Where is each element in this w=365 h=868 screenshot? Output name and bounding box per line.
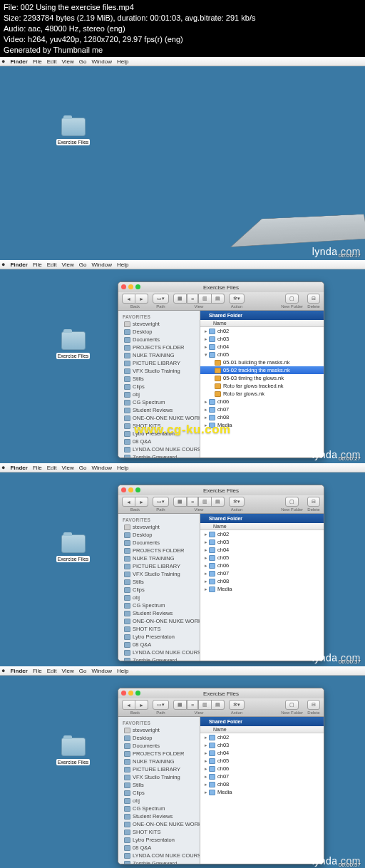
sidebar-item[interactable]: ONE-ON-ONE NUKE WORKSHOP	[118, 414, 200, 422]
file-row[interactable]: ch05	[200, 351, 324, 358]
minimize-icon[interactable]	[128, 487, 133, 492]
file-row[interactable]: Roto far glows tracked.nk	[200, 382, 324, 390]
file-row[interactable]: Media	[200, 585, 324, 593]
sidebar-item[interactable]: Stills	[118, 375, 200, 383]
new-folder-button[interactable]: ▢	[285, 700, 299, 710]
finder-window[interactable]: Exercise Files ◄►Back ▭▾Path ▦≡▥▤View ✻▾…	[118, 688, 324, 864]
disclosure-arrow-icon[interactable]	[203, 579, 209, 584]
column-header[interactable]: Shared Folder	[200, 717, 324, 726]
file-row[interactable]: ch06	[200, 398, 324, 405]
disclosure-arrow-icon[interactable]	[203, 336, 209, 342]
file-row[interactable]: ch02	[200, 327, 324, 335]
file-list[interactable]: ch02 ch03 ch04 ch05 ch06 ch07 ch08 Media	[200, 733, 324, 864]
name-header[interactable]: Name	[200, 523, 324, 530]
disclosure-arrow-icon[interactable]	[203, 555, 209, 561]
file-row[interactable]: ch04	[200, 546, 324, 554]
path-button[interactable]: ▭▾	[153, 497, 169, 507]
sidebar-item[interactable]: obj	[118, 797, 200, 805]
sidebar-item[interactable]: Lytro Presentaton	[118, 836, 200, 844]
menu-item[interactable]: Help	[117, 262, 128, 268]
desktop-folder[interactable]: Exercise Files	[53, 534, 93, 562]
sidebar-item[interactable]: stevewright	[118, 320, 200, 328]
minimize-icon[interactable]	[128, 284, 133, 289]
disclosure-arrow-icon[interactable]	[203, 415, 209, 420]
file-row[interactable]: ch02	[200, 733, 324, 741]
disclosure-arrow-icon[interactable]	[203, 563, 209, 569]
sidebar-item[interactable]: Lytro Presentaton	[118, 633, 200, 641]
sidebar-item[interactable]: CG Spectrum	[118, 601, 200, 609]
apple-icon[interactable]	[1, 261, 5, 268]
disclosure-arrow-icon[interactable]	[203, 352, 209, 358]
file-row[interactable]: ch04	[200, 343, 324, 351]
disclosure-arrow-icon[interactable]	[203, 766, 209, 772]
sidebar-item[interactable]: LYNDA.COM NUKE COURSES	[118, 852, 200, 859]
file-row[interactable]: ch04	[200, 749, 324, 757]
sidebar-item[interactable]: Desktop	[118, 531, 200, 539]
delete-button[interactable]: ⊟	[307, 294, 320, 304]
file-row[interactable]: Roto far glows.nk	[200, 390, 324, 398]
new-folder-button[interactable]: ▢	[285, 294, 299, 304]
menu-item[interactable]: File	[33, 58, 42, 65]
sidebar-item[interactable]: PROJECTS FOLDER	[118, 750, 200, 758]
apple-icon[interactable]	[1, 58, 5, 65]
sidebar-item[interactable]: Clips	[118, 383, 200, 391]
window-titlebar[interactable]: Exercise Files	[118, 688, 324, 698]
column-header[interactable]: Shared Folder	[200, 311, 324, 320]
app-name[interactable]: Finder	[10, 465, 27, 471]
action-button[interactable]: ✻▾	[229, 497, 245, 507]
menu-item[interactable]: Window	[91, 58, 111, 65]
sidebar-item[interactable]: NUKE TRAINING	[118, 758, 200, 765]
menu-item[interactable]: Edit	[47, 465, 57, 471]
name-header[interactable]: Name	[200, 320, 324, 327]
sidebar-item[interactable]: CG Spectrum	[118, 398, 200, 406]
disclosure-arrow-icon[interactable]	[203, 587, 209, 592]
sidebar-item[interactable]: Zombie Graveyard	[118, 656, 200, 661]
sidebar-item[interactable]: stevewright	[118, 523, 200, 531]
disclosure-arrow-icon[interactable]	[203, 344, 209, 350]
sidebar-item[interactable]: PROJECTS FOLDER	[118, 343, 200, 351]
menu-item[interactable]: Window	[91, 465, 111, 471]
disclosure-arrow-icon[interactable]	[203, 774, 209, 780]
file-row[interactable]: ch08	[200, 780, 324, 788]
menu-item[interactable]: Edit	[47, 262, 57, 268]
sidebar-item[interactable]: ONE-ON-ONE NUKE WORKSHOP	[118, 820, 200, 828]
disclosure-arrow-icon[interactable]	[203, 532, 209, 537]
sidebar-item[interactable]: Clips	[118, 789, 200, 797]
desktop-folder[interactable]: Exercise Files	[53, 331, 93, 359]
sidebar-item[interactable]: Desktop	[118, 328, 200, 336]
delete-button[interactable]: ⊟	[307, 700, 320, 710]
menu-item[interactable]: Help	[117, 465, 128, 471]
name-header[interactable]: Name	[200, 726, 324, 733]
file-row[interactable]: ch08	[200, 413, 324, 421]
sidebar-item[interactable]: Documents	[118, 742, 200, 750]
app-name[interactable]: Finder	[10, 668, 27, 674]
new-folder-button[interactable]: ▢	[285, 497, 299, 507]
sidebar-item[interactable]: obj	[118, 594, 200, 601]
disclosure-arrow-icon[interactable]	[203, 743, 209, 748]
nav-buttons[interactable]: ◄►	[122, 700, 148, 710]
nav-buttons[interactable]: ◄►	[122, 294, 148, 304]
file-row[interactable]: 05-03 timing the glows.nk	[200, 374, 324, 382]
menu-item[interactable]: Go	[79, 668, 87, 674]
zoom-icon[interactable]	[135, 691, 140, 696]
path-button[interactable]: ▭▾	[153, 700, 169, 710]
sidebar-item[interactable]: LYNDA.COM NUKE COURSES	[118, 445, 200, 453]
file-row[interactable]: ch07	[200, 405, 324, 413]
path-button[interactable]: ▭▾	[153, 294, 169, 304]
disclosure-arrow-icon[interactable]	[203, 407, 209, 413]
file-row[interactable]: ch07	[200, 773, 324, 780]
sidebar-item[interactable]: NUKE TRAINING	[118, 554, 200, 562]
sidebar-item[interactable]: LYNDA.COM NUKE COURSES	[118, 649, 200, 656]
menu-item[interactable]: Edit	[47, 58, 57, 65]
sidebar-item[interactable]: VFX Studio Training	[118, 773, 200, 781]
sidebar-item[interactable]: Clips	[118, 586, 200, 594]
sidebar-item[interactable]: Zombie Graveyard	[118, 859, 200, 864]
sidebar-item[interactable]: 08 Q&A	[118, 438, 200, 445]
disclosure-arrow-icon[interactable]	[203, 735, 209, 740]
sidebar-item[interactable]: Student Reviews	[118, 609, 200, 617]
sidebar-item[interactable]: Zombie Graveyard	[118, 453, 200, 458]
disclosure-arrow-icon[interactable]	[203, 547, 209, 553]
view-buttons[interactable]: ▦≡▥▤	[173, 497, 225, 507]
file-list[interactable]: ch02 ch03 ch04 ch05 ch06 ch07 ch08 Media	[200, 530, 324, 661]
disclosure-arrow-icon[interactable]	[203, 782, 209, 787]
